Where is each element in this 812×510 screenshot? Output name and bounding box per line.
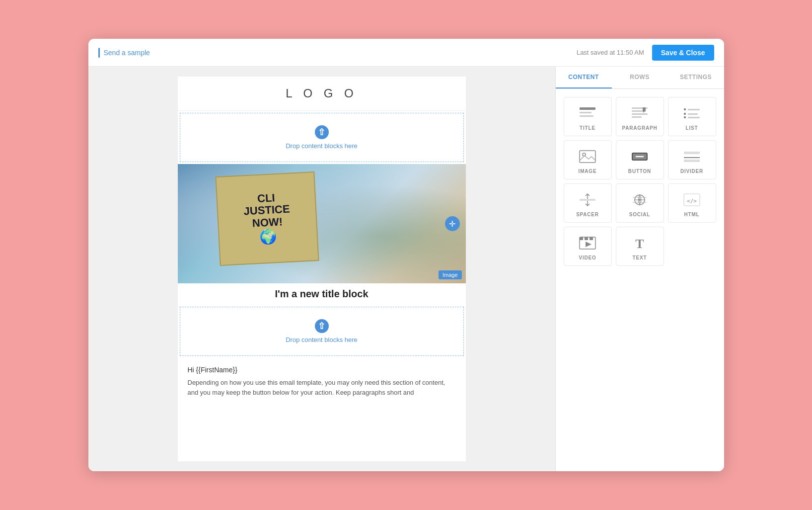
svg-point-29 [639, 199, 641, 201]
svg-rect-12 [688, 113, 698, 115]
right-panel: CONTENT ROWS SETTINGS TITLE [555, 67, 724, 471]
panel-tabs: CONTENT ROWS SETTINGS [556, 67, 724, 89]
button-label: BUTTON [628, 169, 651, 174]
tab-rows[interactable]: ROWS [612, 67, 668, 88]
block-image[interactable]: IMAGE [564, 140, 612, 179]
svg-rect-22 [684, 160, 700, 162]
html-label: HTML [684, 212, 700, 217]
globe-icon: 🌍 [259, 228, 277, 246]
block-paragraph[interactable]: PARAGRAPH [616, 97, 664, 136]
drop-zone-2[interactable]: ⇧ Drop content blocks here [180, 307, 464, 356]
content-blocks-grid: TITLE PARAGRAPH [556, 89, 724, 274]
top-bar: Send a sample Last saved at 11:50 AM Sav… [88, 39, 724, 67]
drop-zone-label-2: Drop content blocks here [286, 336, 358, 343]
text-icon: T [630, 235, 650, 251]
drop-zone-1[interactable]: ⇧ Drop content blocks here [180, 113, 464, 162]
app-window: Send a sample Last saved at 11:50 AM Sav… [88, 39, 724, 471]
image-icon [578, 149, 597, 165]
svg-rect-25 [580, 199, 595, 201]
divider-icon [682, 149, 702, 165]
protest-sign: CLIJUSTICENOW! 🌍 [215, 171, 319, 266]
button-icon [630, 149, 650, 165]
social-icon [630, 192, 650, 208]
block-text[interactable]: T TEXT [616, 227, 664, 266]
svg-rect-11 [684, 113, 686, 115]
email-greeting: Hi {{FirstName}} [188, 366, 456, 374]
block-video[interactable]: VIDEO [564, 227, 612, 266]
social-label: SOCIAL [629, 212, 651, 217]
paragraph-label: PARAGRAPH [622, 125, 658, 131]
svg-text:T: T [635, 237, 644, 251]
main-area: L O G O ⇧ Drop content blocks here CLIJU… [88, 67, 724, 471]
svg-rect-15 [580, 151, 595, 163]
title-block[interactable]: I'm a new title block [178, 283, 466, 305]
save-close-button[interactable]: Save & Close [652, 45, 714, 61]
list-label: LIST [686, 125, 698, 131]
svg-rect-10 [688, 109, 700, 110]
html-icon: </> [682, 192, 702, 208]
block-divider[interactable]: DIVIDER [668, 140, 716, 179]
paragraph-icon [630, 105, 650, 121]
drop-zone-label-1: Drop content blocks here [286, 142, 358, 150]
email-preview-panel[interactable]: L O G O ⇧ Drop content blocks here CLIJU… [88, 67, 555, 471]
email-logo-area: L O G O [178, 77, 466, 111]
sign-text: CLIJUSTICENOW! [242, 191, 291, 230]
svg-rect-5 [632, 113, 648, 115]
block-list[interactable]: LIST [668, 97, 716, 136]
list-icon [682, 105, 702, 121]
text-label: TEXT [633, 255, 647, 260]
svg-marker-38 [586, 242, 591, 247]
svg-rect-2 [580, 115, 593, 117]
spacer-icon [578, 192, 597, 208]
tab-content[interactable]: CONTENT [556, 67, 612, 88]
tab-settings[interactable]: SETTINGS [668, 67, 724, 88]
send-sample-link[interactable]: Send a sample [104, 49, 150, 57]
block-social[interactable]: SOCIAL [616, 183, 664, 223]
svg-rect-1 [580, 112, 591, 113]
block-title[interactable]: TITLE [564, 97, 612, 136]
block-spacer[interactable]: SPACER [564, 183, 612, 223]
image-badge: Image [439, 270, 462, 279]
block-html[interactable]: </> HTML [668, 183, 716, 223]
last-saved-text: Last saved at 11:50 AM [577, 49, 644, 56]
top-bar-left: Send a sample [98, 48, 150, 58]
top-bar-right: Last saved at 11:50 AM Save & Close [577, 45, 714, 61]
svg-rect-20 [684, 152, 700, 154]
email-canvas: L O G O ⇧ Drop content blocks here CLIJU… [178, 77, 466, 461]
svg-rect-6 [632, 116, 642, 118]
svg-rect-14 [688, 117, 700, 118]
drop-zone-icon-2: ⇧ [315, 319, 329, 333]
video-label: VIDEO [579, 255, 596, 260]
spacer-label: SPACER [576, 212, 599, 217]
video-icon [578, 235, 597, 251]
email-text-section: Hi {{FirstName}} Depending on how you us… [178, 358, 466, 405]
svg-rect-36 [585, 237, 588, 240]
svg-rect-13 [684, 116, 686, 118]
svg-rect-35 [580, 237, 583, 240]
email-logo: L O G O [286, 86, 357, 100]
top-bar-divider [98, 48, 100, 58]
image-block[interactable]: CLIJUSTICENOW! 🌍 ✛ Image [178, 164, 466, 283]
svg-rect-0 [580, 107, 595, 110]
svg-text:</>: </> [687, 198, 697, 204]
email-body: Depending on how you use this email temp… [188, 378, 456, 397]
block-button[interactable]: BUTTON [616, 140, 664, 179]
svg-rect-37 [590, 237, 593, 240]
move-handle[interactable]: ✛ [445, 216, 460, 231]
image-placeholder: CLIJUSTICENOW! 🌍 [178, 164, 466, 283]
title-label: TITLE [580, 125, 595, 131]
divider-label: DIVIDER [680, 169, 703, 174]
svg-rect-9 [684, 108, 686, 110]
image-label: IMAGE [579, 169, 597, 174]
title-icon [578, 105, 597, 121]
drop-zone-icon-1: ⇧ [315, 125, 329, 139]
